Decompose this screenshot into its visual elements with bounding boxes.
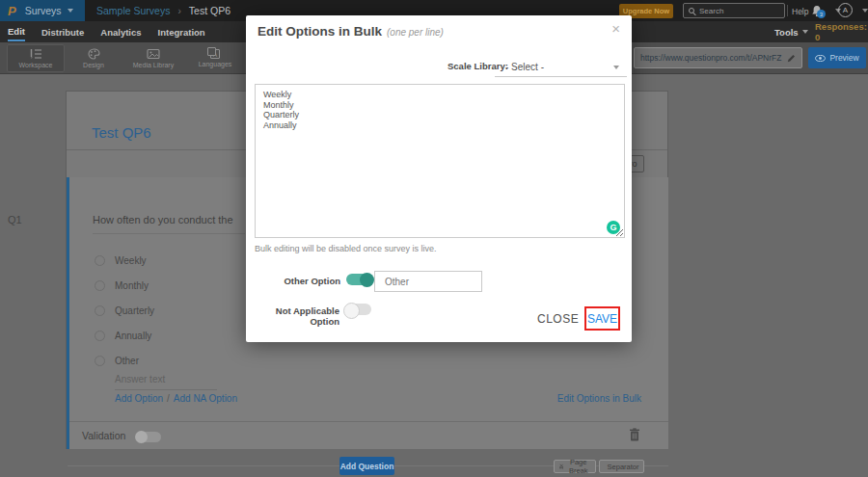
link-separator: / xyxy=(167,393,170,404)
global-search xyxy=(683,3,785,18)
validation-label: Validation xyxy=(82,430,125,441)
toolbar-workspace-label: Workspace xyxy=(19,62,53,68)
pencil-icon[interactable] xyxy=(787,54,796,63)
other-answer-underline xyxy=(115,389,217,390)
toolbar-media-library[interactable]: Media Library xyxy=(122,44,184,72)
help-link[interactable]: Help xyxy=(792,7,808,16)
trash-icon[interactable] xyxy=(629,428,640,441)
option-row: Monthly xyxy=(95,273,154,298)
answer-options-list: Weekly Monthly Quarterly Annually Other xyxy=(95,248,154,373)
preview-label: Preview xyxy=(829,53,858,63)
save-annotation-box: SAVE xyxy=(584,306,620,331)
search-input[interactable] xyxy=(699,7,776,15)
scale-library-value: - Select - xyxy=(505,62,544,72)
toolbar-design-label: Design xyxy=(83,62,104,68)
preview-button[interactable]: Preview xyxy=(808,47,866,68)
toolbar-languages[interactable]: A Languages xyxy=(186,44,244,72)
option-label[interactable]: Quarterly xyxy=(115,305,154,316)
question-text-underline xyxy=(93,233,245,234)
option-row: Annually xyxy=(95,323,154,348)
avatar[interactable]: A xyxy=(838,3,853,17)
other-option-label: Other Option xyxy=(265,276,340,286)
breadcrumb: Sample Surveys › Test QP6 xyxy=(96,0,231,21)
radio-button[interactable] xyxy=(95,255,105,266)
tools-menu[interactable]: Tools xyxy=(774,21,808,42)
search-icon xyxy=(689,8,694,13)
chevron-down-icon xyxy=(613,66,619,69)
question-number: Q1 xyxy=(8,214,22,225)
radio-button[interactable] xyxy=(95,305,105,316)
add-question-button[interactable]: Add Question xyxy=(339,457,394,475)
notification-badge: 3 xyxy=(817,10,826,18)
edit-options-bulk-modal: Edit Options in Bulk (one per line) × Sc… xyxy=(246,15,632,342)
edit-options-in-bulk-link[interactable]: Edit Options in Bulk xyxy=(526,393,641,404)
save-button[interactable]: SAVE xyxy=(587,312,617,326)
workspace-icon xyxy=(29,48,42,60)
radio-button[interactable] xyxy=(95,280,105,291)
product-switcher[interactable]: P Surveys xyxy=(0,0,85,21)
modal-title: Edit Options in Bulk xyxy=(258,24,382,39)
toolbar-media-library-label: Media Library xyxy=(133,62,174,68)
product-label: Surveys xyxy=(25,5,62,16)
toolbar-languages-label: Languages xyxy=(199,61,232,67)
validation-divider xyxy=(69,421,668,422)
languages-icon-letter: A xyxy=(213,51,217,58)
tools-label: Tools xyxy=(774,27,799,38)
na-option-label: Not Applicable Option xyxy=(256,305,339,327)
topbar-divider xyxy=(787,5,788,16)
breadcrumb-current: Test QP6 xyxy=(189,5,231,16)
toolbar-workspace[interactable]: Workspace xyxy=(7,44,65,72)
breadcrumb-parent-link[interactable]: Sample Surveys xyxy=(96,5,170,16)
option-row: Other xyxy=(95,348,154,373)
tab-analytics[interactable]: Analytics xyxy=(100,23,141,40)
option-label[interactable]: Weekly xyxy=(115,255,147,266)
separator-button[interactable]: Separator xyxy=(599,460,644,473)
eye-icon xyxy=(815,55,826,62)
chevron-down-icon xyxy=(68,9,73,13)
page-break-label: Page Break xyxy=(566,458,590,475)
option-label[interactable]: Annually xyxy=(115,331,151,341)
toolbar-design[interactable]: Design xyxy=(65,44,122,72)
tab-integration[interactable]: Integration xyxy=(158,23,205,40)
question-text[interactable]: How often do you conduct the xyxy=(93,214,233,225)
na-option-toggle[interactable] xyxy=(345,304,371,315)
radio-button[interactable] xyxy=(95,356,105,366)
close-icon[interactable]: × xyxy=(610,19,622,38)
option-row: Weekly xyxy=(95,248,154,273)
tab-edit[interactable]: Edit xyxy=(8,22,25,41)
survey-url-field[interactable]: https://www.questionpro.com/t/APNrFZ xyxy=(634,47,802,68)
survey-title[interactable]: Test QP6 xyxy=(92,124,151,141)
add-option-links: Add Option / Add NA Option xyxy=(115,393,237,404)
separator-label: Separator xyxy=(608,463,639,471)
responses-count[interactable]: Responses: 0 xyxy=(815,21,868,42)
other-option-toggle[interactable] xyxy=(346,274,372,285)
validation-toggle[interactable] xyxy=(136,432,161,442)
radio-button[interactable] xyxy=(95,331,105,341)
survey-menu-items: Edit Distribute Analytics Integration xyxy=(8,21,205,42)
other-answer-placeholder[interactable]: Answer text xyxy=(115,374,165,384)
option-row: Quarterly xyxy=(95,298,154,323)
other-option-input[interactable] xyxy=(374,271,482,292)
add-na-option-link[interactable]: Add NA Option xyxy=(174,393,237,404)
tab-distribute[interactable]: Distribute xyxy=(41,23,84,40)
option-label[interactable]: Other xyxy=(115,356,139,366)
grammarly-icon[interactable]: G xyxy=(607,221,620,234)
questionpro-app: P Surveys Sample Surveys › Test QP6 Upgr… xyxy=(0,0,868,477)
option-label[interactable]: Monthly xyxy=(115,280,149,291)
page-break-button[interactable]: Page Break xyxy=(554,460,596,473)
media-library-icon xyxy=(147,48,160,60)
design-icon xyxy=(88,48,100,60)
modal-subtitle: (one per line) xyxy=(387,27,444,38)
add-option-link[interactable]: Add Option xyxy=(115,393,163,404)
scale-library-select[interactable]: - Select - xyxy=(495,57,627,77)
languages-icon: A xyxy=(210,49,220,59)
close-button[interactable]: CLOSE xyxy=(537,312,579,326)
chevron-down-icon[interactable] xyxy=(862,9,868,13)
bulk-edit-note: Bulk editing will be disabled once surve… xyxy=(255,244,437,253)
survey-url-text: https://www.questionpro.com/t/APNrFZ xyxy=(640,53,787,63)
notifications-button[interactable]: 3 xyxy=(811,4,827,18)
page-break-icon xyxy=(559,463,563,470)
chevron-down-icon xyxy=(802,30,808,34)
modal-header: Edit Options in Bulk (one per line) xyxy=(258,24,444,39)
bulk-options-textarea[interactable]: Weekly Monthly Quarterly Annually xyxy=(255,84,625,238)
